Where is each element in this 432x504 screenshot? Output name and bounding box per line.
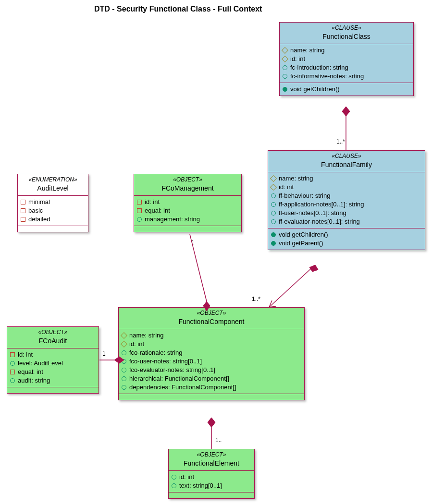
circle-filled-icon bbox=[271, 241, 276, 246]
diamond-icon bbox=[121, 332, 127, 339]
attr-row: name: string bbox=[283, 46, 410, 55]
attr-label: ff-behaviour: string bbox=[279, 192, 330, 199]
class-functionalcomponent: «OBJECT» FunctionalComponent name: strin… bbox=[118, 307, 305, 400]
circle-icon bbox=[10, 378, 15, 383]
diamond-icon bbox=[282, 47, 288, 54]
attr-row: fco-evaluator-notes: string[0..1] bbox=[122, 366, 301, 374]
square-icon bbox=[21, 217, 25, 222]
class-functionalelement: «OBJECT» FunctionalElement id: int text:… bbox=[168, 449, 255, 499]
square-icon bbox=[21, 208, 25, 213]
circle-icon bbox=[271, 219, 276, 224]
enum-auditlevel: «ENUMERATION» AuditLevel minimal basic d… bbox=[17, 174, 88, 232]
circle-filled-icon bbox=[283, 87, 287, 92]
stereotype-label: «CLAUSE» bbox=[271, 153, 422, 160]
attr-row: id: int bbox=[283, 55, 410, 63]
attr-row: ff-application-notes[0..1]: string bbox=[271, 200, 422, 209]
multiplicity-label: 1..* bbox=[336, 138, 345, 145]
circle-icon bbox=[122, 350, 126, 355]
circle-icon bbox=[122, 385, 126, 390]
attr-label: id: int bbox=[279, 183, 294, 191]
stereotype-label: «OBJECT» bbox=[172, 451, 251, 459]
op-label: void getChildren() bbox=[279, 231, 328, 238]
class-name: AuditLevel bbox=[21, 184, 85, 192]
op-label: void getChildren() bbox=[290, 85, 340, 93]
op-row: void getChildren() bbox=[283, 85, 410, 94]
circle-icon bbox=[172, 475, 176, 480]
attr-label: name: string bbox=[129, 332, 164, 339]
diamond-icon bbox=[282, 56, 288, 62]
diamond-icon bbox=[121, 341, 127, 348]
circle-filled-icon bbox=[271, 232, 276, 237]
svg-marker-4 bbox=[208, 418, 215, 427]
attr-label: ff-evaluator-notes[0..1]: string bbox=[279, 218, 360, 225]
attr-label: ff-user-notes[0..1]: string bbox=[279, 209, 346, 216]
attr-row: audit: string bbox=[10, 376, 96, 385]
class-functionalclass: «CLAUSE» FunctionalClass name: string id… bbox=[279, 22, 414, 96]
stereotype-label: «OBJECT» bbox=[137, 176, 238, 184]
class-fcomanagement: «OBJECT» FCoManagement id: int equal: in… bbox=[134, 174, 242, 232]
op-row: void getParent() bbox=[271, 239, 422, 248]
class-fcoaudit: «OBJECT» FCoAudit id: int level: AuditLe… bbox=[7, 326, 99, 394]
attr-label: fc-introduction: string bbox=[290, 64, 348, 71]
attr-label: fco-evaluator-notes: string[0..1] bbox=[129, 366, 215, 373]
attr-label: fc-informative-notes: srting bbox=[290, 72, 364, 80]
enum-value: basic bbox=[28, 207, 43, 214]
class-name: FunctionalComponent bbox=[122, 317, 301, 326]
attr-row: fc-introduction: string bbox=[283, 63, 410, 72]
enum-value: minimal bbox=[28, 198, 50, 205]
attr-row: id: int bbox=[10, 350, 96, 359]
attr-label: equal: int bbox=[145, 207, 170, 214]
circle-icon bbox=[10, 361, 15, 366]
attr-row: id: int bbox=[122, 340, 301, 348]
circle-icon bbox=[137, 217, 142, 222]
circle-icon bbox=[122, 368, 126, 372]
class-functionalfamily: «CLAUSE» FunctionalFamily name: string i… bbox=[268, 150, 425, 250]
attr-row: text: string[0..1] bbox=[172, 481, 251, 490]
attr-row: equal: int bbox=[137, 206, 238, 215]
attr-row: ff-behaviour: string bbox=[271, 192, 422, 200]
multiplicity-label: 1 bbox=[191, 239, 195, 246]
enum-value-row: basic bbox=[21, 206, 85, 215]
multiplicity-label: 1 bbox=[102, 350, 106, 357]
attr-row: fc-informative-notes: srting bbox=[283, 72, 410, 81]
class-name: FunctionalClass bbox=[283, 32, 410, 41]
diagram-title: DTD - Security Functional Class - Full C… bbox=[94, 5, 262, 13]
square-icon bbox=[21, 200, 25, 204]
stereotype-label: «ENUMERATION» bbox=[21, 176, 85, 184]
attr-label: id: int bbox=[290, 55, 305, 62]
multiplicity-label: 1..* bbox=[252, 296, 260, 302]
attr-row: fco-rationale: string bbox=[122, 348, 301, 357]
attr-label: id: int bbox=[179, 473, 194, 480]
attr-label: fco-rationale: string bbox=[129, 349, 183, 356]
attr-label: id: int bbox=[145, 198, 160, 205]
class-name: FunctionalFamily bbox=[271, 160, 422, 169]
square-icon bbox=[10, 370, 15, 374]
circle-icon bbox=[271, 211, 276, 216]
attr-row: name: string bbox=[271, 174, 422, 183]
op-row: void getChildren() bbox=[271, 230, 422, 239]
stereotype-label: «CLAUSE» bbox=[283, 24, 410, 32]
circle-icon bbox=[283, 74, 287, 79]
stereotype-label: «OBJECT» bbox=[122, 310, 301, 317]
circle-icon bbox=[271, 202, 276, 207]
attr-row: id: int bbox=[172, 473, 251, 481]
attr-label: ff-application-notes[0..1]: string bbox=[279, 201, 364, 208]
attr-row: level: AuditLevel bbox=[10, 359, 96, 368]
class-name: FunctionalElement bbox=[172, 459, 251, 468]
attr-row: hierarchical: FunctionalComponent[] bbox=[122, 374, 301, 383]
attr-label: equal: int bbox=[18, 368, 43, 375]
attr-label: id: int bbox=[18, 351, 33, 358]
stereotype-label: «OBJECT» bbox=[10, 329, 96, 336]
attr-label: level: AuditLevel bbox=[18, 360, 63, 367]
attr-label: name: string bbox=[279, 175, 313, 182]
circle-icon bbox=[122, 376, 126, 381]
enum-value: detailed bbox=[28, 216, 50, 223]
diamond-icon bbox=[270, 175, 277, 182]
attr-label: text: string[0..1] bbox=[179, 482, 222, 489]
multiplicity-label: 1.. bbox=[215, 437, 222, 444]
attr-row: fco-user-notes: string[0..1] bbox=[122, 357, 301, 366]
circle-icon bbox=[122, 359, 126, 364]
enum-value-row: minimal bbox=[21, 198, 85, 206]
attr-row: ff-evaluator-notes[0..1]: string bbox=[271, 217, 422, 226]
square-icon bbox=[10, 352, 15, 357]
